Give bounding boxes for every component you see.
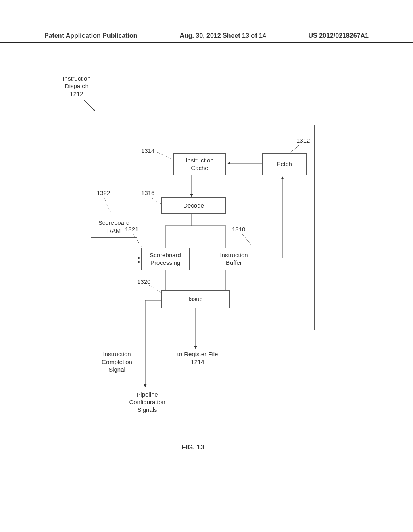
label-completion-signal: InstructionCompletionSignal [95,351,139,373]
box-scoreboard-processing: ScoreboardProcessing [141,248,190,270]
label-to-register-file: to Register File1214 [167,351,228,366]
title-label: InstructionDispatch1212 [56,75,97,98]
box-instruction-buffer: InstructionBuffer [210,248,258,270]
label-pipeline-config: PipelineConfigurationSignals [121,391,173,414]
box-instruction-cache: InstructionCache [173,153,226,175]
ref-1320: 1320 [137,278,150,286]
diagram-stage: InstructionDispatch1212 Fetch Instructio… [0,0,413,532]
box-decode: Decode [161,197,226,214]
box-fetch: Fetch [262,153,307,175]
figure-caption: FIG. 13 [181,443,204,451]
ref-1322: 1322 [97,189,110,197]
ref-1321: 1321 [125,226,138,233]
box-issue: Issue [161,290,230,308]
ref-1316: 1316 [141,189,154,197]
ref-1314: 1314 [141,147,154,155]
svg-line-0 [83,99,95,111]
ref-1310: 1310 [232,226,245,233]
ref-1312: 1312 [296,137,310,145]
